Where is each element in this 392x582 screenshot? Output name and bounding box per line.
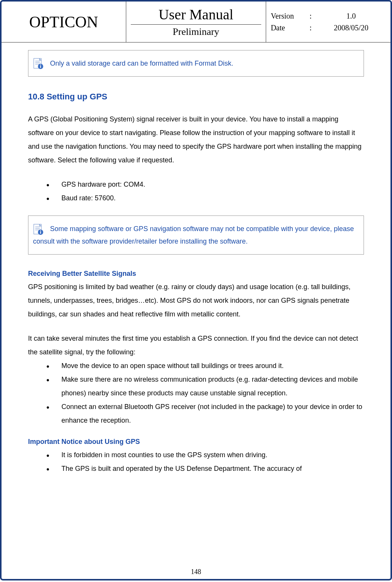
- version-label: Version: [271, 12, 305, 20]
- header-meta-cell: Version : 1.0 Date : 2008/05/20: [266, 2, 390, 42]
- signals-tips-list: Move the device to an open space without…: [28, 359, 364, 427]
- sub-heading-important: Important Notice about Using GPS: [28, 438, 364, 446]
- sub-heading-signals: Receiving Better Satellite Signals: [28, 270, 364, 278]
- signals-paragraph-1: GPS positioning is limited by bad weathe…: [28, 280, 364, 321]
- info-note-box-1: Only a valid storage card can be formatt…: [28, 50, 364, 77]
- info-icon: [33, 58, 44, 69]
- version-row: Version : 1.0: [271, 10, 386, 22]
- list-item: Move the device to an open space without…: [46, 359, 364, 373]
- section-heading: 10.8 Setting up GPS: [28, 92, 364, 102]
- content-area: Only a valid storage card can be formatt…: [2, 42, 390, 498]
- page-frame: OPTICON User Manual Preliminary Version …: [0, 0, 392, 580]
- date-label: Date: [271, 24, 305, 32]
- date-value: 2008/05/20: [316, 24, 386, 32]
- list-item: It is forbidden in most counties to use …: [46, 448, 364, 462]
- note1-text: Only a valid storage card can be formatt…: [50, 60, 233, 67]
- list-item: Make sure there are no wireless communic…: [46, 373, 364, 400]
- gps-settings-list: GPS hardware port: COM4. Baud rate: 5760…: [28, 178, 364, 205]
- info-icon: [33, 224, 44, 235]
- date-row: Date : 2008/05/20: [271, 22, 386, 34]
- brand-cell: OPTICON: [2, 2, 126, 42]
- svg-rect-5: [40, 64, 41, 65]
- manual-subtitle: Preliminary: [131, 25, 261, 39]
- list-item: Baud rate: 57600.: [46, 191, 364, 205]
- svg-rect-12: [40, 230, 41, 231]
- list-item: Connect an external Bluetooth GPS receiv…: [46, 400, 364, 427]
- svg-rect-13: [40, 231, 41, 234]
- version-value: 1.0: [316, 12, 386, 20]
- svg-rect-6: [40, 66, 41, 68]
- note2-text: Some mapping software or GPS navigation …: [33, 225, 354, 245]
- colon: :: [305, 12, 316, 20]
- manual-title: User Manual: [131, 5, 261, 25]
- brand-text: OPTICON: [29, 13, 98, 31]
- intro-paragraph: A GPS (Global Positioning System) signal…: [28, 112, 364, 167]
- signals-paragraph-2: It can take several minutes the first ti…: [28, 332, 364, 359]
- list-item: GPS hardware port: COM4.: [46, 178, 364, 191]
- page-number: 148: [2, 568, 390, 576]
- header-table: OPTICON User Manual Preliminary Version …: [2, 2, 390, 42]
- list-item: The GPS is built and operated by the US …: [46, 462, 364, 475]
- colon: :: [305, 24, 316, 32]
- header-center-cell: User Manual Preliminary: [126, 2, 266, 42]
- important-notice-list: It is forbidden in most counties to use …: [28, 448, 364, 475]
- info-note-box-2: Some mapping software or GPS navigation …: [28, 215, 364, 255]
